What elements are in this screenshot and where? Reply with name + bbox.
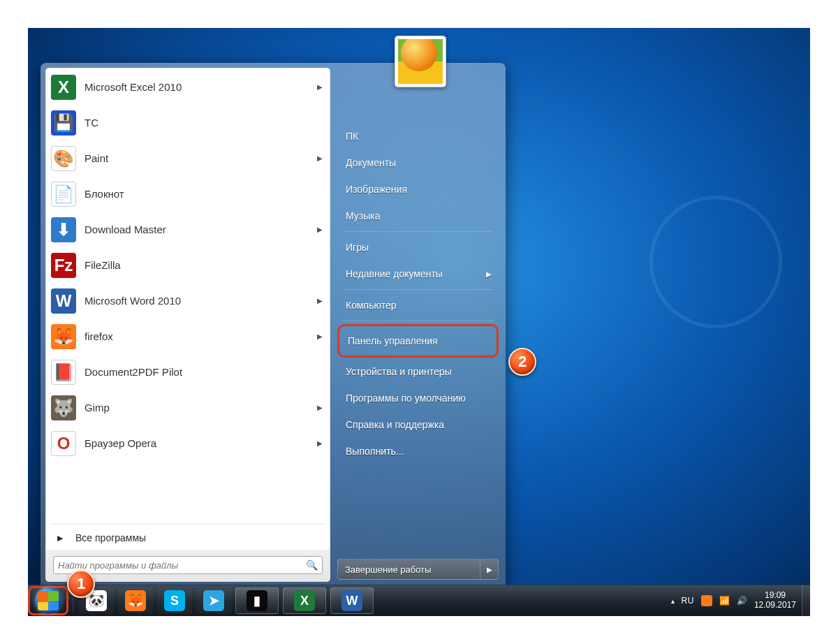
program-icon: O [51,431,76,456]
program-icon: 💾 [51,110,76,136]
program-icon: 🎨 [51,146,76,171]
search-input[interactable] [58,560,306,571]
taskbar: 🐼🦊S➤▮XW ▴ RU 📶 🔊 19:09 12.09.2017 [28,585,810,616]
language-indicator[interactable]: RU [682,596,694,606]
taskbar-items: 🐼🦊S➤▮XW [78,587,374,614]
program-icon: 🐺 [51,395,76,420]
callout-badge-1-label: 1 [77,575,85,593]
program-item[interactable]: FzFileZilla [47,247,329,283]
program-item[interactable]: 🦊firefox▶ [47,319,329,354]
program-item[interactable]: ⬇Download Master▶ [47,212,329,247]
taskbar-item-telegram[interactable]: ➤ [196,587,231,614]
system-item[interactable]: Компьютер [337,292,499,319]
separator [50,524,325,525]
chevron-right-icon: ▶ [316,297,323,305]
program-label: Microsoft Excel 2010 [84,81,316,93]
program-item[interactable]: 📕Document2PDF Pilot [47,354,329,390]
program-item[interactable]: OБраузер Opera▶ [47,425,329,461]
program-label: Браузер Opera [84,437,316,449]
system-item[interactable]: Устройства и принтеры [337,358,499,385]
search-icon: 🔍 [306,559,318,571]
system-item-control-panel[interactable]: Панель управления [337,324,499,358]
system-item[interactable]: Недавние документы▶ [337,261,499,287]
system-item[interactable]: Справка и поддержка [337,411,499,438]
tray-overflow-icon[interactable]: ▴ [671,597,675,605]
chevron-right-icon: ▶ [57,534,63,543]
telegram-icon: ➤ [203,590,224,611]
clock-time: 19:09 [754,591,796,601]
chevron-right-icon: ▶ [316,83,323,91]
firefox-icon: 🦊 [125,590,146,611]
taskbar-item-word[interactable]: W [330,587,374,614]
program-item[interactable]: 🐺Gimp▶ [47,390,329,425]
system-item-label: Выполнить... [346,446,404,457]
system-item[interactable]: ПК [337,123,499,149]
taskbar-item-skype[interactable]: S [157,587,192,614]
system-item-label: Недавние документы [346,268,443,279]
system-item[interactable]: Игры [337,234,499,261]
search-box[interactable]: 🔍 [53,556,323,574]
system-item-label: Справка и поддержка [346,419,444,430]
clock-date: 12.09.2017 [754,601,796,610]
tray-app-icon[interactable] [701,595,712,606]
system-item[interactable]: Документы [337,149,499,176]
program-icon: X [51,75,76,100]
callout-badge-2-label: 2 [518,353,527,371]
system-item-label: Изображения [346,184,407,195]
separator [343,321,493,321]
user-picture [398,39,443,84]
volume-icon[interactable]: 🔊 [737,596,747,606]
user-picture-frame[interactable] [395,36,446,87]
program-icon: 📄 [51,182,76,207]
system-item-label: Музыка [346,210,381,221]
chevron-right-icon: ▶ [316,404,323,411]
separator [343,289,493,290]
system-item[interactable]: Изображения [337,176,499,203]
program-icon: 📕 [51,360,76,385]
taskbar-item-firefox[interactable]: 🦊 [118,587,153,614]
system-tray: ▴ RU 📶 🔊 19:09 12.09.2017 [671,591,802,610]
program-label: Microsoft Word 2010 [84,295,316,307]
program-item[interactable]: XMicrosoft Excel 2010▶ [47,69,329,105]
system-item-label: Компьютер [346,300,396,311]
chevron-right-icon: ▶ [486,270,492,278]
word-icon: W [341,590,362,611]
chevron-right-icon: ▶ [316,154,323,162]
shutdown-label: Завершение работы [338,559,480,579]
program-list: XMicrosoft Excel 2010▶💾TC🎨Paint▶📄Блокнот… [46,68,330,522]
program-icon: W [51,288,76,314]
all-programs[interactable]: ▶ Все программы [46,526,330,550]
program-label: Paint [84,152,316,164]
separator [343,231,493,232]
taskbar-item-excel[interactable]: X [283,587,326,614]
show-desktop-button[interactable] [802,585,810,617]
program-item[interactable]: 🎨Paint▶ [47,140,329,176]
windows-logo-icon [35,587,61,614]
shutdown-button[interactable]: Завершение работы▶ [337,559,499,580]
program-label: Download Master [84,224,316,235]
system-item-label: Игры [346,242,369,253]
clock[interactable]: 19:09 12.09.2017 [754,591,796,610]
system-item[interactable]: Программы по умолчанию [337,385,499,411]
callout-badge-2: 2 [508,348,536,376]
program-label: Блокнот [84,188,323,200]
program-item[interactable]: 💾TC [47,105,329,140]
program-label: Gimp [84,402,316,414]
taskbar-item-terminal[interactable]: ▮ [235,587,279,614]
program-label: Document2PDF Pilot [84,366,323,378]
shutdown-options-button[interactable]: ▶ [480,559,498,579]
system-item-label: Устройства и принтеры [346,366,452,377]
start-button[interactable] [28,586,68,615]
program-item[interactable]: WMicrosoft Word 2010▶ [47,283,329,319]
network-icon[interactable]: 📶 [719,596,730,606]
program-item[interactable]: 📄Блокнот [47,176,329,212]
start-menu: XMicrosoft Excel 2010▶💾TC🎨Paint▶📄Блокнот… [41,63,506,587]
system-item[interactable]: Выполнить... [337,438,499,464]
chevron-right-icon: ▶ [316,332,323,340]
program-label: firefox [84,330,316,342]
program-label: TC [84,117,323,129]
excel-icon: X [294,590,315,611]
system-item[interactable]: Музыка [337,203,499,229]
chevron-right-icon: ▶ [316,226,323,233]
skype-icon: S [164,590,185,611]
